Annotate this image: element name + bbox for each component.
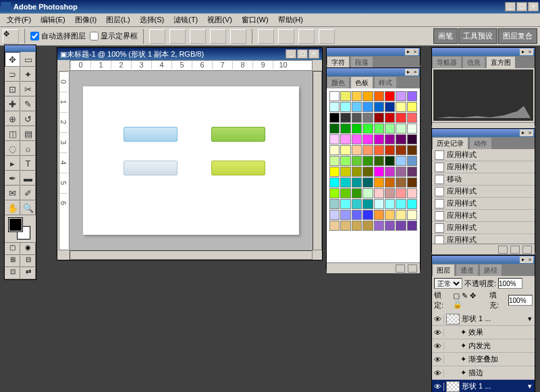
menu-item[interactable]: 帮助(H) bbox=[274, 13, 308, 26]
close-button[interactable]: × bbox=[528, 2, 539, 11]
swatch[interactable] bbox=[374, 91, 384, 101]
swatch[interactable] bbox=[352, 102, 362, 112]
swatch[interactable] bbox=[407, 102, 417, 112]
swatch[interactable] bbox=[396, 221, 406, 231]
brush-tool[interactable]: ✎ bbox=[20, 96, 36, 111]
swatch[interactable] bbox=[329, 199, 340, 209]
layer-effect[interactable]: 👁✦ 描边 bbox=[432, 366, 535, 380]
panel-tab[interactable]: 样式 bbox=[374, 76, 397, 88]
swatch[interactable] bbox=[362, 145, 373, 155]
swatch[interactable] bbox=[329, 113, 340, 123]
swatch[interactable] bbox=[329, 177, 340, 188]
swatch[interactable] bbox=[407, 145, 417, 155]
swatch[interactable] bbox=[352, 113, 362, 123]
swatch[interactable] bbox=[385, 177, 395, 188]
swatch[interactable] bbox=[407, 177, 417, 188]
opacity-input[interactable] bbox=[498, 278, 522, 289]
minimize-button[interactable]: _ bbox=[505, 2, 516, 11]
hand-tool[interactable]: ✋ bbox=[5, 200, 20, 215]
swatch[interactable] bbox=[362, 102, 373, 112]
marquee-tool[interactable]: ▭ bbox=[20, 52, 36, 67]
swatch[interactable] bbox=[340, 91, 350, 101]
swatch[interactable] bbox=[362, 156, 373, 166]
swatch[interactable] bbox=[352, 177, 362, 188]
swatch[interactable] bbox=[385, 199, 395, 209]
swatch[interactable] bbox=[340, 167, 350, 177]
swatch[interactable] bbox=[329, 221, 340, 231]
swatch[interactable] bbox=[329, 145, 340, 155]
swatch[interactable] bbox=[329, 167, 340, 177]
swatch[interactable] bbox=[385, 188, 395, 198]
swatch[interactable] bbox=[396, 134, 406, 144]
history-item[interactable]: 应用样式 bbox=[432, 186, 535, 198]
panel-tab[interactable]: 动作 bbox=[469, 137, 492, 149]
swatch[interactable] bbox=[352, 134, 362, 144]
swatch[interactable] bbox=[385, 123, 395, 134]
panel-close-icon[interactable]: × bbox=[526, 49, 533, 55]
history-item[interactable]: 应用样式 bbox=[432, 198, 535, 210]
panel-tab[interactable]: 信息 bbox=[462, 56, 485, 68]
quickmask-mode[interactable]: ◉ bbox=[20, 243, 36, 255]
panel-menu-icon[interactable]: ▸ bbox=[405, 49, 412, 55]
swatch[interactable] bbox=[396, 91, 406, 101]
new-swatch-icon[interactable] bbox=[396, 264, 405, 273]
panel-menu-icon[interactable]: ▸ bbox=[520, 256, 526, 263]
panel-close-icon[interactable]: × bbox=[412, 49, 418, 55]
layer-effect[interactable]: 👁✦ 效果 bbox=[432, 326, 535, 339]
dodge-tool[interactable]: ☼ bbox=[20, 141, 36, 156]
doc-close[interactable]: × bbox=[308, 49, 319, 59]
swatch[interactable] bbox=[396, 210, 406, 220]
swatch[interactable] bbox=[362, 113, 373, 123]
swatch[interactable] bbox=[352, 156, 362, 166]
swatch[interactable] bbox=[407, 210, 417, 220]
panel-tab[interactable]: 字符 bbox=[327, 56, 350, 68]
slice-tool[interactable]: ✂ bbox=[20, 82, 36, 96]
swatch[interactable] bbox=[407, 188, 417, 198]
panel-menu-icon[interactable]: ▸ bbox=[405, 69, 412, 76]
swatch[interactable] bbox=[329, 210, 340, 220]
panel-menu-icon[interactable]: ▸ bbox=[520, 130, 526, 136]
lasso-tool[interactable]: ⊃ bbox=[5, 67, 20, 82]
menu-item[interactable]: 窗口(W) bbox=[238, 13, 274, 26]
menu-item[interactable]: 图层(L) bbox=[102, 13, 135, 26]
swatch[interactable] bbox=[374, 123, 384, 134]
swatch[interactable] bbox=[352, 221, 362, 231]
screen-mode[interactable]: ⊞ bbox=[5, 255, 20, 267]
panel-tab[interactable]: 段落 bbox=[350, 56, 373, 68]
new-snapshot-icon[interactable] bbox=[498, 246, 508, 254]
swatch[interactable] bbox=[385, 210, 395, 220]
color-picker[interactable] bbox=[5, 215, 36, 242]
screen-mode[interactable]: ⊡ bbox=[5, 267, 20, 279]
swatch[interactable] bbox=[385, 113, 395, 123]
jump-button[interactable]: ⇄ bbox=[20, 267, 36, 279]
zoom-tool[interactable]: 🔍 bbox=[20, 200, 36, 215]
swatch[interactable] bbox=[352, 167, 362, 177]
doc-titlebar[interactable]: ▣ 未标题-1 @ 100% (形状 1 副本 2, RGB/8) _▢× bbox=[57, 48, 322, 60]
fill-input[interactable] bbox=[508, 295, 533, 306]
notes-tool[interactable]: ✉ bbox=[5, 186, 20, 200]
swatch[interactable] bbox=[385, 167, 395, 177]
swatch[interactable] bbox=[385, 145, 395, 155]
swatch[interactable] bbox=[385, 156, 395, 166]
swatch[interactable] bbox=[362, 134, 373, 144]
swatch[interactable] bbox=[329, 102, 340, 112]
swatch[interactable] bbox=[352, 188, 362, 198]
swatch[interactable] bbox=[374, 156, 384, 166]
swatch[interactable] bbox=[374, 199, 384, 209]
swatch[interactable] bbox=[340, 177, 350, 188]
fg-color[interactable] bbox=[9, 218, 22, 231]
panel-tab[interactable]: 色板 bbox=[350, 76, 373, 88]
swatch[interactable] bbox=[362, 123, 373, 134]
swatch[interactable] bbox=[396, 188, 406, 198]
crop-tool[interactable]: ⊡ bbox=[5, 82, 20, 96]
swatch[interactable] bbox=[329, 91, 340, 101]
menu-item[interactable]: 选择(S) bbox=[136, 13, 170, 26]
layer-effect[interactable]: 👁✦ 渐变叠加 bbox=[432, 353, 535, 366]
standard-mode[interactable]: ▢ bbox=[5, 243, 20, 255]
history-item[interactable]: 应用样式 bbox=[432, 222, 535, 234]
swatch[interactable] bbox=[407, 199, 417, 209]
scrollbar-h[interactable] bbox=[70, 250, 313, 260]
trash-icon[interactable] bbox=[522, 246, 532, 254]
panel-close-icon[interactable]: × bbox=[526, 130, 533, 136]
swatch[interactable] bbox=[352, 145, 362, 155]
